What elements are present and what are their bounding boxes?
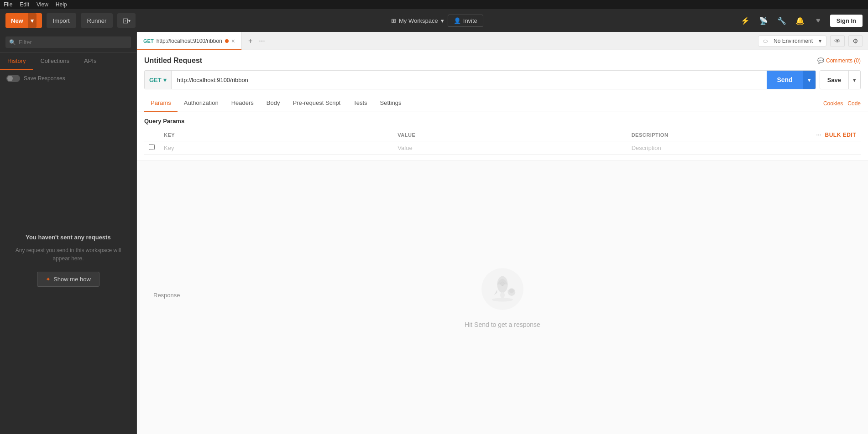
svg-point-6 [492, 298, 513, 301]
invite-button[interactable]: 👤 Invite [448, 15, 483, 27]
lightning-icon[interactable]: ⚡ [739, 14, 752, 27]
menu-view[interactable]: View [37, 1, 48, 8]
sidebar-tab-collections[interactable]: Collections [33, 53, 77, 70]
params-value-header: VALUE [393, 129, 627, 141]
show-me-label: Show me how [53, 276, 91, 283]
params-check-header [144, 129, 159, 141]
environment-selector[interactable]: ⬭ No Environment ▾ [758, 36, 826, 46]
params-header-row: KEY VALUE DESCRIPTION ··· Bulk Edit [144, 129, 861, 141]
tab-actions: + ··· [242, 32, 272, 50]
save-dropdown-button[interactable]: ▾ [848, 71, 860, 89]
comments-label: Comments (0) [826, 57, 861, 64]
params-value-cell [393, 141, 627, 155]
params-value-input[interactable] [397, 145, 622, 151]
method-dropdown-icon: ▾ [163, 77, 167, 83]
cookies-link[interactable]: Cookies [823, 100, 843, 107]
request-tab[interactable]: GET http://localhost:9100/ribbon × [137, 32, 242, 50]
table-row [144, 141, 861, 155]
new-label: New [11, 17, 23, 24]
response-title: Response [153, 292, 180, 299]
req-tab-headers[interactable]: Headers [225, 95, 260, 112]
params-desc-input[interactable] [632, 145, 856, 151]
workspace-button[interactable]: ⊞ My Workspace ▾ [391, 17, 444, 24]
sidebar-tab-history[interactable]: History [0, 53, 33, 70]
heart-icon[interactable]: ♥ [812, 14, 825, 27]
environment-eye-button[interactable]: 👁 [830, 35, 845, 47]
save-button[interactable]: Save [820, 71, 848, 89]
workspace-label: My Workspace [399, 17, 438, 24]
params-row-checkbox[interactable] [149, 144, 155, 150]
toolbar: New ▾ Import Runner ⊡ ▾ ⊞ My Workspace ▾… [0, 9, 868, 32]
search-wrapper: 🔍 [5, 36, 131, 48]
capture-dropdown[interactable]: ▾ [128, 18, 131, 23]
tab-more-button[interactable]: ··· [257, 35, 267, 47]
workspace-dropdown-icon: ▾ [441, 17, 444, 24]
tab-bar-right: ⬭ No Environment ▾ 👁 ⚙ [753, 32, 868, 50]
url-input[interactable] [172, 71, 767, 89]
req-tab-authorization[interactable]: Authorization [178, 95, 225, 112]
tab-url: http://localhost:9100/ribbon [157, 38, 222, 44]
env-label: No Environment [774, 38, 813, 44]
params-more-icon[interactable]: ··· [816, 132, 821, 138]
runner-button[interactable]: Runner [81, 13, 113, 28]
svg-point-5 [509, 289, 514, 293]
save-btn-group: Save ▾ [820, 70, 861, 89]
capture-button[interactable]: ⊡ ▾ [117, 13, 136, 28]
satellite-icon[interactable]: 📡 [757, 14, 770, 27]
send-dropdown-button[interactable]: ▾ [803, 71, 816, 89]
tab-unsaved-dot [225, 39, 229, 43]
invite-label: Invite [463, 17, 477, 24]
new-dropdown-arrow[interactable]: ▾ [28, 13, 37, 28]
bulk-edit-link[interactable]: Bulk Edit [825, 132, 857, 138]
response-hint: Hit Send to get a response [465, 321, 540, 328]
code-link[interactable]: Code [847, 100, 861, 107]
sign-in-button[interactable]: Sign In [830, 15, 863, 27]
tools-icon[interactable]: 🔧 [775, 14, 788, 27]
svg-point-2 [501, 282, 504, 285]
save-responses-toggle[interactable] [6, 75, 20, 82]
show-me-button[interactable]: ✦ Show me how [37, 272, 99, 287]
req-tab-pre-request[interactable]: Pre-request Script [286, 95, 347, 112]
params-key-header: KEY [159, 129, 393, 141]
send-btn-group: Send ▾ [767, 71, 815, 89]
comments-link[interactable]: 💬 Comments (0) [817, 57, 861, 64]
main-layout: 🔍 History Collections APIs Save Response… [0, 32, 868, 434]
req-tabs-right: Cookies Code [823, 95, 861, 112]
sidebar-search-area: 🔍 [0, 32, 136, 53]
new-button[interactable]: New ▾ [5, 13, 42, 28]
toolbar-center: ⊞ My Workspace ▾ 👤 Invite [140, 15, 734, 27]
menu-help[interactable]: Help [56, 1, 67, 8]
toggle-knob [7, 76, 13, 81]
settings-button[interactable]: ⚙ [848, 35, 863, 47]
request-title-row: Untitled Request 💬 Comments (0) [144, 57, 861, 65]
url-bar: GET ▾ Send ▾ [144, 70, 816, 89]
workspace-grid-icon: ⊞ [391, 17, 396, 24]
menu-bar: File Edit View Help [0, 0, 868, 9]
method-selector[interactable]: GET ▾ [145, 71, 172, 89]
rocket-illustration [480, 266, 525, 312]
send-button[interactable]: Send [767, 71, 802, 89]
new-tab-button[interactable]: + [246, 35, 254, 47]
import-button[interactable]: Import [47, 13, 76, 28]
url-bar-row: GET ▾ Send ▾ Save ▾ [144, 70, 861, 89]
env-icon: ⬭ [763, 38, 768, 44]
main-content: GET http://localhost:9100/ribbon × + ···… [137, 32, 868, 434]
sidebar-toggle-area: Save Responses [0, 70, 136, 87]
bell-icon[interactable]: 🔔 [794, 14, 806, 27]
sidebar: 🔍 History Collections APIs Save Response… [0, 32, 137, 434]
sidebar-tabs: History Collections APIs [0, 53, 136, 70]
params-key-input[interactable] [164, 145, 388, 151]
sidebar-empty-state: You haven't sent any requests Any reques… [0, 87, 136, 434]
empty-title: You haven't sent any requests [26, 234, 110, 241]
sidebar-tab-apis[interactable]: APIs [77, 53, 104, 70]
tab-close-button[interactable]: × [231, 37, 235, 45]
req-tab-body[interactable]: Body [260, 95, 287, 112]
menu-edit[interactable]: Edit [20, 1, 29, 8]
method-label: GET [149, 77, 162, 83]
menu-file[interactable]: File [4, 1, 12, 8]
env-dropdown-icon: ▾ [819, 38, 821, 44]
req-tab-tests[interactable]: Tests [347, 95, 373, 112]
req-tab-settings[interactable]: Settings [374, 95, 408, 112]
req-tab-params[interactable]: Params [144, 95, 178, 112]
search-input[interactable] [19, 39, 127, 46]
